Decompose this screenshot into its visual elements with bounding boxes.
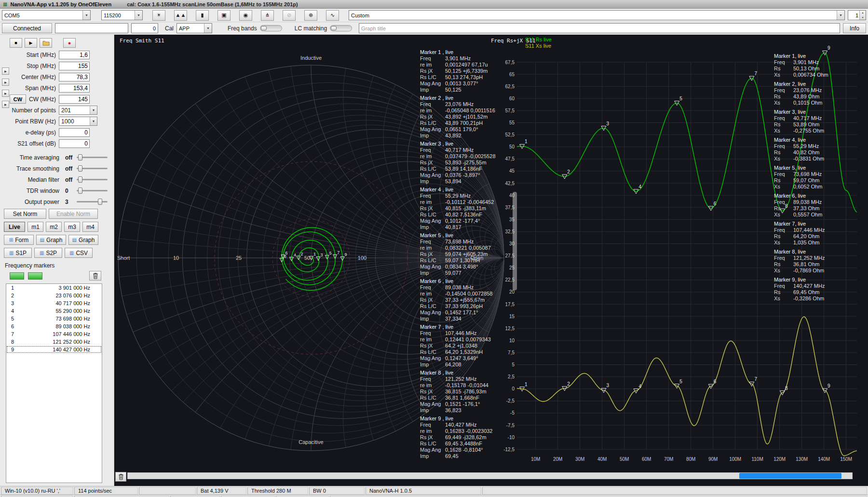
number-of-points-select[interactable]: 201▼ bbox=[59, 106, 97, 115]
marker-list-row-7[interactable]: 7107 446 000 Hz bbox=[6, 330, 102, 338]
preset-select[interactable]: Custom ▼ bbox=[349, 10, 845, 20]
trace-button-m1[interactable]: m1 bbox=[27, 222, 43, 232]
toggle-knob[interactable] bbox=[261, 26, 267, 30]
camera-button[interactable]: ◉ bbox=[239, 10, 252, 21]
freq-bands-toggle[interactable] bbox=[260, 25, 282, 31]
screenshot-button[interactable]: ▣ bbox=[217, 10, 231, 21]
slider-thumb[interactable] bbox=[78, 154, 82, 161]
marker-detail-row: Freq23,076 MHz bbox=[420, 101, 496, 107]
progress-bar bbox=[739, 473, 841, 479]
delete-markers-button[interactable] bbox=[89, 271, 101, 281]
trace-button-live[interactable]: Live bbox=[4, 222, 25, 232]
trace-smoothing-slider[interactable] bbox=[77, 165, 108, 172]
usb-button[interactable]: ▮ bbox=[196, 10, 209, 21]
marker-list-row-5[interactable]: 573 698 000 Hz bbox=[6, 315, 102, 322]
e-delay-ps-input[interactable] bbox=[59, 128, 90, 137]
marker-list-row-9[interactable]: 9140 427 000 Hz bbox=[6, 346, 102, 353]
slider-thumb[interactable] bbox=[78, 165, 82, 172]
slider-thumb[interactable] bbox=[78, 176, 82, 183]
spin-down-icon[interactable]: ▼ bbox=[860, 15, 866, 20]
point-rbw-hz-select[interactable]: 1000▼ bbox=[59, 117, 97, 126]
readout-value: -0,2755 Ohm bbox=[793, 128, 824, 134]
marker-list-row-2[interactable]: 223 076 000 Hz bbox=[6, 292, 102, 299]
cw-button[interactable]: CW bbox=[10, 94, 26, 104]
export-button-csv[interactable]: ▥CSV bbox=[65, 248, 93, 258]
svg-text:7,5: 7,5 bbox=[508, 350, 515, 355]
lc-matching-toggle[interactable] bbox=[330, 25, 352, 31]
play-button[interactable]: ▶ bbox=[25, 38, 37, 48]
toggle-knob[interactable] bbox=[331, 26, 337, 30]
s21-offset-db-input[interactable] bbox=[59, 139, 90, 148]
view-button-graph[interactable]: ▤Graph bbox=[36, 235, 66, 245]
svg-text:-10: -10 bbox=[508, 435, 515, 440]
export-button-s2p[interactable]: ▥S2P bbox=[34, 248, 62, 258]
marker-list-row-4[interactable]: 455 290 000 Hz bbox=[6, 307, 102, 315]
fork-button[interactable]: ⋔ bbox=[261, 10, 274, 21]
output-power-slider[interactable] bbox=[77, 198, 108, 205]
readout-label: Imp bbox=[420, 453, 445, 459]
expand-arrow-button-3[interactable]: ▶ bbox=[2, 90, 9, 97]
cw-mhz-input[interactable] bbox=[59, 95, 90, 104]
span-mhz-input[interactable] bbox=[59, 84, 90, 93]
marker-list-row-8[interactable]: 8121 252 000 Hz bbox=[6, 338, 102, 346]
spinner-arrows[interactable]: ▲▼ bbox=[859, 11, 866, 20]
view-button-graph-2[interactable]: ▤Graph bbox=[68, 235, 98, 245]
marker-color-swatch-2[interactable] bbox=[28, 272, 42, 280]
cal-value-input[interactable] bbox=[131, 23, 158, 33]
readout-label: re im bbox=[420, 199, 445, 205]
readout-label: Rs L/C bbox=[420, 212, 445, 218]
readout-value: 53,89 Ohm bbox=[793, 121, 819, 127]
marker-list-row-6[interactable]: 689 038 000 Hz bbox=[6, 322, 102, 330]
export-button-s1p[interactable]: ▥S1P bbox=[4, 248, 32, 258]
clear-markers-button[interactable] bbox=[115, 472, 126, 482]
lc-matching-label: LC matching bbox=[295, 25, 327, 32]
frequency-marker-list[interactable]: 13 901 000 Hz223 076 000 Hz340 717 000 H… bbox=[6, 283, 102, 483]
readout-value: -0,15178 -0,01044 bbox=[445, 382, 488, 388]
svg-text:8: 8 bbox=[785, 386, 788, 391]
open-folder-button[interactable] bbox=[40, 38, 52, 48]
median-filter-slider[interactable] bbox=[77, 176, 108, 183]
set-norm-button[interactable]: Set Norm bbox=[4, 209, 46, 219]
readout-value: 23,076 MHz bbox=[793, 87, 822, 93]
field-label-number-of-points: Number of points bbox=[10, 107, 59, 114]
slider-thumb[interactable] bbox=[78, 188, 82, 194]
cal-file-input[interactable] bbox=[55, 23, 128, 33]
brightness-button[interactable]: ☀ bbox=[152, 10, 165, 21]
svg-text:0: 0 bbox=[512, 386, 515, 391]
readout-value: 40,817 bbox=[445, 224, 461, 230]
disabled-tool-button[interactable]: ⊘ bbox=[283, 10, 296, 21]
app-select[interactable]: APP ▼ bbox=[176, 23, 212, 33]
marker-list-row-1[interactable]: 13 901 000 Hz bbox=[6, 284, 102, 292]
start-mhz-input[interactable] bbox=[59, 51, 90, 59]
tdr-window-slider[interactable] bbox=[77, 187, 108, 194]
time-averaging-slider[interactable] bbox=[77, 154, 108, 161]
stop-button[interactable]: ■ bbox=[10, 38, 22, 48]
expand-arrow-button-1[interactable]: ▶ bbox=[2, 67, 9, 75]
graph-title-input[interactable] bbox=[359, 23, 840, 33]
spin-up-icon[interactable]: ▲ bbox=[860, 11, 866, 15]
readout-value: 0,0013 3,077° bbox=[445, 81, 478, 86]
trace-button-m3[interactable]: m3 bbox=[64, 222, 80, 232]
screen-count-spinner[interactable]: 1 ▲▼ bbox=[848, 10, 866, 20]
readout-value: 0,0651 179,0° bbox=[445, 126, 478, 132]
center-mhz-input[interactable] bbox=[59, 73, 90, 81]
view-button-form[interactable]: ⊞Form bbox=[4, 235, 34, 245]
baud-select[interactable]: 115200 ▼ bbox=[101, 10, 143, 20]
trace-button-m2[interactable]: m2 bbox=[46, 222, 62, 232]
info-button[interactable]: Info bbox=[843, 23, 866, 33]
record-button[interactable]: ● bbox=[63, 38, 76, 48]
expand-arrow-button-2[interactable]: ▶ bbox=[2, 79, 9, 86]
marker-list-row-3[interactable]: 340 717 000 Hz bbox=[6, 299, 102, 307]
web-button[interactable]: ⊕ bbox=[304, 10, 317, 21]
svg-text:Short: Short bbox=[117, 255, 130, 261]
slider-thumb[interactable] bbox=[98, 199, 102, 205]
scan-arrows-button[interactable]: ▲▲ bbox=[174, 10, 187, 21]
readout-label: Rs bbox=[774, 149, 793, 156]
marker-color-swatch-1[interactable] bbox=[10, 272, 24, 280]
stop-mhz-input[interactable] bbox=[59, 62, 90, 70]
waveform-button[interactable]: ∿ bbox=[326, 10, 339, 21]
expand-arrow-button-4[interactable]: ▶ bbox=[2, 101, 9, 108]
connected-button[interactable]: Connected bbox=[2, 23, 52, 33]
com-port-select[interactable]: COM5 ▼ bbox=[2, 10, 91, 20]
trace-button-m4[interactable]: m4 bbox=[82, 222, 98, 232]
